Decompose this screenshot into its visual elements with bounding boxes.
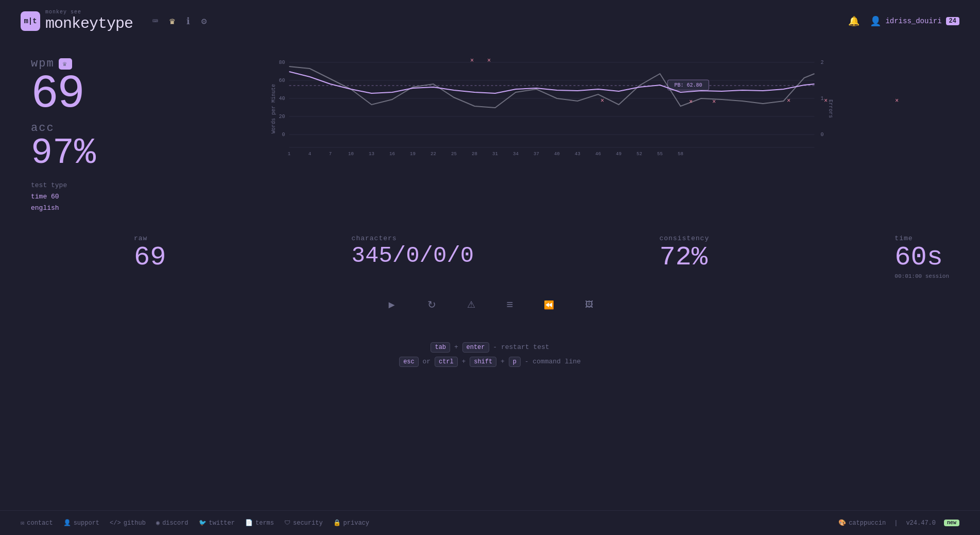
- shift-key-badge: shift: [470, 357, 496, 367]
- privacy-link[interactable]: 🔒 privacy: [333, 519, 369, 527]
- theme-name[interactable]: 🎨 catppuccin: [838, 519, 886, 527]
- contact-link[interactable]: ✉ contact: [21, 519, 53, 527]
- action-buttons: ► ↻ ⚠ ≡ ⏪ 🖼: [0, 298, 980, 311]
- retry-button[interactable]: ↻: [427, 298, 436, 311]
- terms-icon: 📄: [245, 519, 253, 527]
- list-button[interactable]: ≡: [506, 298, 513, 311]
- logo-area: m|t monkey see monkeytype ⌨️ ♛ ℹ ⚙: [21, 9, 207, 32]
- github-link[interactable]: </> github: [110, 520, 146, 527]
- logo-title: monkeytype: [45, 15, 133, 32]
- settings-icon[interactable]: ⚙: [201, 15, 207, 27]
- svg-text:46: 46: [595, 152, 601, 157]
- svg-text:60: 60: [279, 78, 285, 83]
- support-link[interactable]: 👤 support: [63, 519, 99, 527]
- username: idriss_douiri: [885, 17, 941, 25]
- enter-key-badge: enter: [462, 342, 489, 353]
- security-label: security: [293, 520, 323, 527]
- session-note: 00:01:00 session: [895, 273, 949, 279]
- svg-text:10: 10: [348, 152, 354, 157]
- theme-icon: 🎨: [838, 519, 846, 527]
- image-button[interactable]: 🖼: [585, 298, 593, 311]
- header-right: 🔔 👤 idriss_douiri 24: [848, 15, 959, 27]
- left-stats-panel: wpm ♛ 69 acc 97% test type time 60 engli…: [31, 52, 134, 214]
- svg-text:PB: 62.80: PB: 62.80: [674, 82, 702, 88]
- svg-text:55: 55: [657, 152, 663, 157]
- raw-stat: raw 69: [134, 235, 166, 279]
- terms-link[interactable]: 📄 terms: [245, 519, 274, 527]
- svg-text:1: 1: [288, 152, 290, 157]
- svg-text:20: 20: [279, 114, 285, 120]
- discord-link[interactable]: ◉ discord: [156, 519, 188, 527]
- security-icon: 🛡: [284, 519, 290, 527]
- svg-text:0: 0: [282, 132, 285, 138]
- info-icon[interactable]: ℹ: [186, 15, 190, 27]
- svg-text:×: ×: [895, 97, 899, 105]
- svg-text:Words per Minute: Words per Minute: [271, 84, 277, 133]
- theme-label: catppuccin: [849, 520, 886, 527]
- svg-text:22: 22: [431, 152, 436, 157]
- new-badge: new: [944, 520, 959, 526]
- svg-text:80: 80: [279, 60, 285, 65]
- chart-svg: Words per Minute Errors 80 60 40 20 0 2 …: [154, 52, 949, 165]
- keyboard-hint-line2: esc or ctrl + shift + p - command line: [0, 357, 980, 367]
- next-button[interactable]: ►: [387, 298, 397, 311]
- terms-label: terms: [255, 520, 274, 527]
- warning-button[interactable]: ⚠: [467, 298, 475, 311]
- svg-text:0: 0: [821, 132, 824, 138]
- discord-label: discord: [162, 520, 188, 527]
- logo-icon: m|t: [21, 11, 40, 31]
- user-level-badge: 24: [946, 17, 959, 25]
- svg-text:52: 52: [637, 152, 642, 157]
- discord-icon: ◉: [156, 519, 160, 527]
- chart-area: Words per Minute Errors 80 60 40 20 0 2 …: [154, 52, 949, 165]
- ctrl-key-badge: ctrl: [435, 357, 458, 367]
- restart-text: - restart test: [493, 343, 549, 351]
- security-link[interactable]: 🛡 security: [284, 519, 323, 527]
- main-content: wpm ♛ 69 acc 97% test type time 60 engli…: [0, 42, 980, 214]
- raw-label: raw: [134, 235, 166, 242]
- svg-text:34: 34: [513, 152, 519, 157]
- crown-icon[interactable]: ♛: [169, 15, 175, 27]
- bottom-stats: raw 69 characters 345/0/0/0 consistency …: [0, 219, 980, 279]
- consistency-value: 72%: [659, 244, 709, 271]
- plus1: +: [454, 343, 458, 351]
- github-label: github: [124, 520, 146, 527]
- rewind-button[interactable]: ⏪: [544, 298, 554, 311]
- svg-text:25: 25: [451, 152, 457, 157]
- svg-text:16: 16: [389, 152, 395, 157]
- svg-text:43: 43: [575, 152, 580, 157]
- support-icon: 👤: [63, 519, 71, 527]
- svg-text:×: ×: [487, 57, 491, 64]
- characters-label: characters: [352, 235, 474, 242]
- svg-text:×: ×: [600, 97, 604, 105]
- keyboard-hint-line1: tab + enter - restart test: [0, 342, 980, 353]
- characters-value: 345/0/0/0: [352, 244, 474, 267]
- twitter-link[interactable]: 🐦 twitter: [199, 519, 235, 527]
- footer: ✉ contact 👤 support </> github ◉ discord…: [0, 510, 980, 535]
- user-avatar-icon: 👤: [870, 15, 881, 27]
- svg-text:×: ×: [712, 98, 716, 106]
- bell-icon[interactable]: 🔔: [848, 15, 859, 27]
- svg-text:49: 49: [616, 152, 622, 157]
- keyboard-icon[interactable]: ⌨️: [152, 15, 158, 27]
- footer-left: ✉ contact 👤 support </> github ◉ discord…: [21, 519, 369, 527]
- privacy-label: privacy: [343, 520, 369, 527]
- plus2: +: [462, 358, 470, 365]
- footer-right: 🎨 catppuccin | v24.47.0 new: [838, 519, 959, 527]
- svg-text:×: ×: [787, 97, 790, 105]
- svg-text:4: 4: [308, 152, 311, 157]
- consistency-stat: consistency 72%: [659, 235, 709, 279]
- svg-text:13: 13: [369, 152, 374, 157]
- svg-text:7: 7: [329, 152, 332, 157]
- tab-key-badge: tab: [431, 342, 450, 353]
- header: m|t monkey see monkeytype ⌨️ ♛ ℹ ⚙ 🔔 👤 i…: [0, 0, 980, 42]
- user-area[interactable]: 👤 idriss_douiri 24: [870, 15, 959, 27]
- wpm-value: 69: [31, 71, 134, 118]
- consistency-label: consistency: [659, 235, 709, 242]
- version-label: v24.47.0: [906, 520, 936, 527]
- test-type-label: test type: [31, 180, 134, 191]
- time-stat: time 60s 00:01:00 session: [895, 235, 949, 279]
- privacy-icon: 🔒: [333, 519, 341, 527]
- characters-stat: characters 345/0/0/0: [352, 235, 474, 279]
- keyboard-hints: tab + enter - restart test esc or ctrl +…: [0, 342, 980, 367]
